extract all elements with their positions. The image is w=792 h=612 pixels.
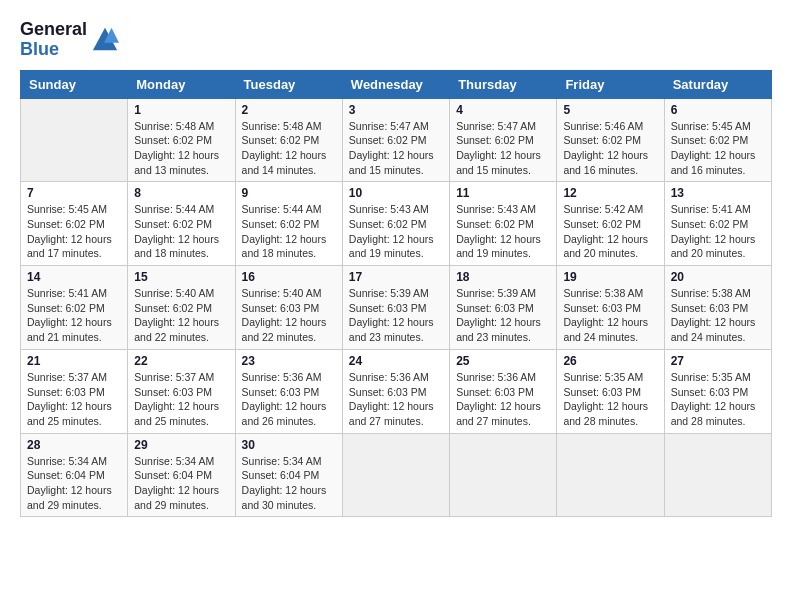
calendar-cell: 4Sunrise: 5:47 AM Sunset: 6:02 PM Daylig…	[450, 98, 557, 182]
day-number: 15	[134, 270, 228, 284]
calendar-cell: 29Sunrise: 5:34 AM Sunset: 6:04 PM Dayli…	[128, 433, 235, 517]
day-number: 16	[242, 270, 336, 284]
day-number: 5	[563, 103, 657, 117]
calendar-cell: 11Sunrise: 5:43 AM Sunset: 6:02 PM Dayli…	[450, 182, 557, 266]
calendar-cell: 5Sunrise: 5:46 AM Sunset: 6:02 PM Daylig…	[557, 98, 664, 182]
calendar-cell: 17Sunrise: 5:39 AM Sunset: 6:03 PM Dayli…	[342, 266, 449, 350]
calendar-cell: 23Sunrise: 5:36 AM Sunset: 6:03 PM Dayli…	[235, 349, 342, 433]
day-info: Sunrise: 5:45 AM Sunset: 6:02 PM Dayligh…	[27, 202, 121, 261]
day-info: Sunrise: 5:34 AM Sunset: 6:04 PM Dayligh…	[134, 454, 228, 513]
day-number: 25	[456, 354, 550, 368]
day-number: 30	[242, 438, 336, 452]
day-number: 2	[242, 103, 336, 117]
day-info: Sunrise: 5:35 AM Sunset: 6:03 PM Dayligh…	[563, 370, 657, 429]
calendar-cell: 28Sunrise: 5:34 AM Sunset: 6:04 PM Dayli…	[21, 433, 128, 517]
calendar-cell: 3Sunrise: 5:47 AM Sunset: 6:02 PM Daylig…	[342, 98, 449, 182]
day-info: Sunrise: 5:34 AM Sunset: 6:04 PM Dayligh…	[27, 454, 121, 513]
day-info: Sunrise: 5:47 AM Sunset: 6:02 PM Dayligh…	[456, 119, 550, 178]
day-info: Sunrise: 5:34 AM Sunset: 6:04 PM Dayligh…	[242, 454, 336, 513]
day-number: 14	[27, 270, 121, 284]
day-info: Sunrise: 5:43 AM Sunset: 6:02 PM Dayligh…	[349, 202, 443, 261]
day-number: 23	[242, 354, 336, 368]
day-info: Sunrise: 5:41 AM Sunset: 6:02 PM Dayligh…	[27, 286, 121, 345]
calendar-cell: 20Sunrise: 5:38 AM Sunset: 6:03 PM Dayli…	[664, 266, 771, 350]
calendar-week-row: 14Sunrise: 5:41 AM Sunset: 6:02 PM Dayli…	[21, 266, 772, 350]
calendar-cell: 2Sunrise: 5:48 AM Sunset: 6:02 PM Daylig…	[235, 98, 342, 182]
calendar-header-cell: Wednesday	[342, 70, 449, 98]
day-info: Sunrise: 5:40 AM Sunset: 6:03 PM Dayligh…	[242, 286, 336, 345]
day-number: 21	[27, 354, 121, 368]
day-number: 28	[27, 438, 121, 452]
day-info: Sunrise: 5:37 AM Sunset: 6:03 PM Dayligh…	[27, 370, 121, 429]
day-number: 20	[671, 270, 765, 284]
calendar-cell	[21, 98, 128, 182]
calendar-header-cell: Saturday	[664, 70, 771, 98]
day-number: 12	[563, 186, 657, 200]
calendar-cell	[557, 433, 664, 517]
day-info: Sunrise: 5:44 AM Sunset: 6:02 PM Dayligh…	[242, 202, 336, 261]
calendar-table: SundayMondayTuesdayWednesdayThursdayFrid…	[20, 70, 772, 518]
calendar-cell	[342, 433, 449, 517]
calendar-cell: 15Sunrise: 5:40 AM Sunset: 6:02 PM Dayli…	[128, 266, 235, 350]
day-info: Sunrise: 5:42 AM Sunset: 6:02 PM Dayligh…	[563, 202, 657, 261]
calendar-cell: 10Sunrise: 5:43 AM Sunset: 6:02 PM Dayli…	[342, 182, 449, 266]
calendar-cell: 22Sunrise: 5:37 AM Sunset: 6:03 PM Dayli…	[128, 349, 235, 433]
day-number: 1	[134, 103, 228, 117]
calendar-header-cell: Thursday	[450, 70, 557, 98]
day-number: 17	[349, 270, 443, 284]
day-info: Sunrise: 5:40 AM Sunset: 6:02 PM Dayligh…	[134, 286, 228, 345]
day-number: 22	[134, 354, 228, 368]
day-number: 10	[349, 186, 443, 200]
logo-text: GeneralBlue	[20, 20, 87, 60]
day-info: Sunrise: 5:38 AM Sunset: 6:03 PM Dayligh…	[671, 286, 765, 345]
day-info: Sunrise: 5:41 AM Sunset: 6:02 PM Dayligh…	[671, 202, 765, 261]
day-number: 3	[349, 103, 443, 117]
day-info: Sunrise: 5:36 AM Sunset: 6:03 PM Dayligh…	[242, 370, 336, 429]
day-number: 8	[134, 186, 228, 200]
day-info: Sunrise: 5:38 AM Sunset: 6:03 PM Dayligh…	[563, 286, 657, 345]
calendar-week-row: 7Sunrise: 5:45 AM Sunset: 6:02 PM Daylig…	[21, 182, 772, 266]
calendar-cell: 24Sunrise: 5:36 AM Sunset: 6:03 PM Dayli…	[342, 349, 449, 433]
calendar-cell: 9Sunrise: 5:44 AM Sunset: 6:02 PM Daylig…	[235, 182, 342, 266]
day-number: 6	[671, 103, 765, 117]
day-info: Sunrise: 5:44 AM Sunset: 6:02 PM Dayligh…	[134, 202, 228, 261]
calendar-cell: 30Sunrise: 5:34 AM Sunset: 6:04 PM Dayli…	[235, 433, 342, 517]
day-number: 18	[456, 270, 550, 284]
calendar-header-cell: Sunday	[21, 70, 128, 98]
day-number: 13	[671, 186, 765, 200]
day-info: Sunrise: 5:35 AM Sunset: 6:03 PM Dayligh…	[671, 370, 765, 429]
page-header: GeneralBlue	[20, 20, 772, 60]
day-info: Sunrise: 5:48 AM Sunset: 6:02 PM Dayligh…	[242, 119, 336, 178]
calendar-cell: 21Sunrise: 5:37 AM Sunset: 6:03 PM Dayli…	[21, 349, 128, 433]
day-number: 29	[134, 438, 228, 452]
day-number: 9	[242, 186, 336, 200]
day-info: Sunrise: 5:48 AM Sunset: 6:02 PM Dayligh…	[134, 119, 228, 178]
calendar-cell: 7Sunrise: 5:45 AM Sunset: 6:02 PM Daylig…	[21, 182, 128, 266]
day-info: Sunrise: 5:39 AM Sunset: 6:03 PM Dayligh…	[456, 286, 550, 345]
calendar-cell: 12Sunrise: 5:42 AM Sunset: 6:02 PM Dayli…	[557, 182, 664, 266]
calendar-cell: 1Sunrise: 5:48 AM Sunset: 6:02 PM Daylig…	[128, 98, 235, 182]
logo-icon	[91, 26, 119, 54]
calendar-cell: 16Sunrise: 5:40 AM Sunset: 6:03 PM Dayli…	[235, 266, 342, 350]
day-number: 26	[563, 354, 657, 368]
calendar-cell: 18Sunrise: 5:39 AM Sunset: 6:03 PM Dayli…	[450, 266, 557, 350]
calendar-header-cell: Monday	[128, 70, 235, 98]
calendar-cell	[664, 433, 771, 517]
calendar-week-row: 1Sunrise: 5:48 AM Sunset: 6:02 PM Daylig…	[21, 98, 772, 182]
day-info: Sunrise: 5:39 AM Sunset: 6:03 PM Dayligh…	[349, 286, 443, 345]
calendar-cell: 8Sunrise: 5:44 AM Sunset: 6:02 PM Daylig…	[128, 182, 235, 266]
calendar-week-row: 28Sunrise: 5:34 AM Sunset: 6:04 PM Dayli…	[21, 433, 772, 517]
calendar-cell: 19Sunrise: 5:38 AM Sunset: 6:03 PM Dayli…	[557, 266, 664, 350]
calendar-week-row: 21Sunrise: 5:37 AM Sunset: 6:03 PM Dayli…	[21, 349, 772, 433]
calendar-cell: 26Sunrise: 5:35 AM Sunset: 6:03 PM Dayli…	[557, 349, 664, 433]
day-number: 24	[349, 354, 443, 368]
calendar-cell: 13Sunrise: 5:41 AM Sunset: 6:02 PM Dayli…	[664, 182, 771, 266]
calendar-cell: 14Sunrise: 5:41 AM Sunset: 6:02 PM Dayli…	[21, 266, 128, 350]
day-info: Sunrise: 5:36 AM Sunset: 6:03 PM Dayligh…	[456, 370, 550, 429]
calendar-body: 1Sunrise: 5:48 AM Sunset: 6:02 PM Daylig…	[21, 98, 772, 517]
calendar-header-cell: Tuesday	[235, 70, 342, 98]
calendar-cell: 27Sunrise: 5:35 AM Sunset: 6:03 PM Dayli…	[664, 349, 771, 433]
calendar-header-cell: Friday	[557, 70, 664, 98]
day-info: Sunrise: 5:47 AM Sunset: 6:02 PM Dayligh…	[349, 119, 443, 178]
calendar-header-row: SundayMondayTuesdayWednesdayThursdayFrid…	[21, 70, 772, 98]
